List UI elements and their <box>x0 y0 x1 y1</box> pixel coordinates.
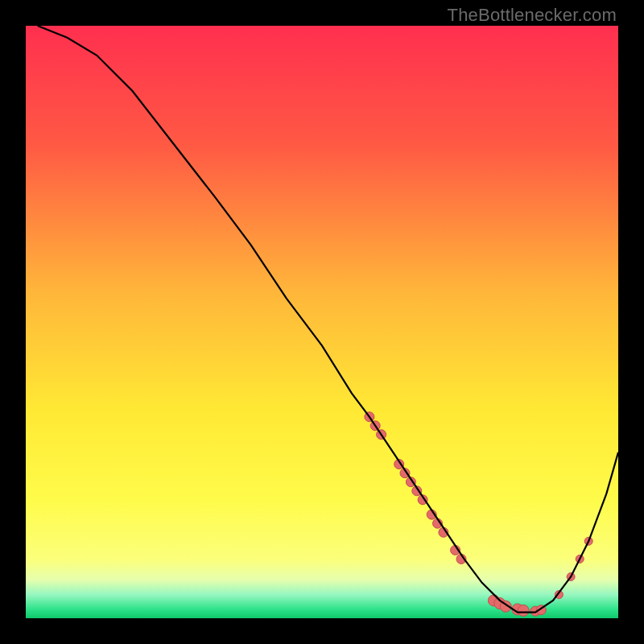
watermark-text: TheBottlenecker.com <box>448 5 617 26</box>
chart-frame <box>26 26 618 618</box>
chart-svg <box>26 26 618 618</box>
chart-background <box>26 26 618 618</box>
marker-point <box>518 605 529 616</box>
